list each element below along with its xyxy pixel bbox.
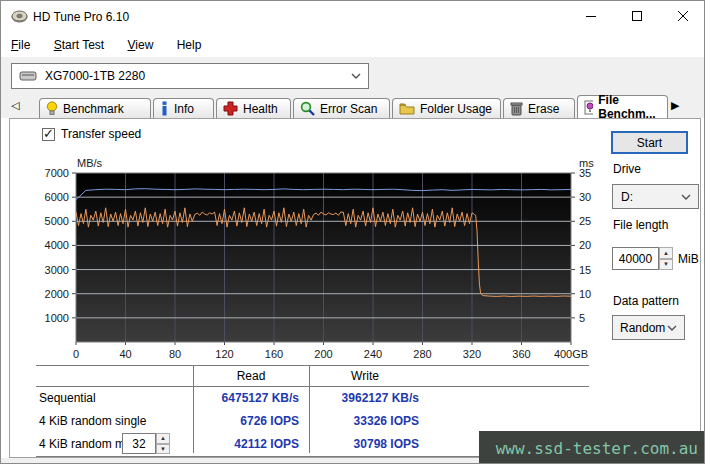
info-icon — [160, 101, 169, 116]
svg-text:360: 360 — [512, 348, 530, 360]
svg-text:25: 25 — [579, 215, 591, 227]
drive-selector[interactable]: XG7000-1TB 2280 — [11, 63, 369, 89]
row-label-sequential: Sequential — [39, 391, 96, 405]
tab-strip: ◁ Benchmark Info Health Error Scan Folde… — [1, 95, 704, 118]
health-cross-icon — [223, 101, 238, 116]
write-column-header: Write — [309, 369, 421, 383]
svg-text:10: 10 — [579, 288, 591, 300]
svg-text:5000: 5000 — [45, 215, 69, 227]
sequential-write-value: 3962127 KB/s — [301, 391, 419, 405]
drive-label: Drive — [613, 162, 641, 176]
tab-error-scan[interactable]: Error Scan — [293, 98, 390, 118]
watermark: www.ssd-tester.com.au — [479, 431, 705, 464]
disk-icon — [19, 70, 37, 82]
tab-info[interactable]: Info — [153, 98, 214, 118]
chevron-down-icon — [351, 73, 361, 79]
data-pattern-dropdown[interactable]: Random — [612, 315, 685, 340]
drive-selector-value: XG7000-1TB 2280 — [45, 69, 145, 83]
close-icon — [678, 11, 689, 22]
magnifier-icon — [300, 101, 315, 116]
app-icon — [11, 9, 28, 25]
sequential-read-value: 6475127 KB/s — [187, 391, 299, 405]
svg-text:400GB: 400GB — [554, 348, 588, 360]
read-column-header: Read — [193, 369, 309, 383]
svg-text:3000: 3000 — [45, 264, 69, 276]
svg-text:80: 80 — [169, 348, 181, 360]
svg-text:5: 5 — [579, 312, 585, 324]
menu-bar: File Start Test View Help — [1, 33, 704, 57]
row-label-random-single: 4 KiB random single — [39, 414, 146, 428]
random-single-read-value: 6726 IOPS — [187, 414, 299, 428]
tab-folder-usage[interactable]: Folder Usage — [392, 98, 501, 118]
menu-start-test[interactable]: Start Test — [44, 33, 114, 57]
minimize-icon — [586, 11, 597, 22]
lightbulb-icon — [46, 101, 58, 116]
table-line-top — [36, 365, 589, 366]
svg-text:0: 0 — [73, 348, 79, 360]
svg-text:120: 120 — [215, 348, 233, 360]
svg-text:15: 15 — [579, 264, 591, 276]
tab-file-benchmark[interactable]: File Benchm... — [577, 95, 668, 118]
svg-text:2000: 2000 — [45, 288, 69, 300]
svg-text:240: 240 — [364, 348, 382, 360]
toolbar: XG7000-1TB 2280 87°F — [1, 57, 704, 95]
maximize-icon — [632, 11, 643, 22]
window-title: HD Tune Pro 6.10 — [33, 10, 129, 24]
folder-icon — [399, 102, 415, 115]
file-length-input[interactable] — [612, 247, 659, 270]
file-benchmark-icon — [584, 100, 593, 115]
svg-text:ms: ms — [579, 157, 594, 169]
transfer-speed-label: Transfer speed — [61, 127, 141, 141]
file-length-spinner: ▲ ▼ — [659, 247, 673, 270]
drive-dropdown[interactable]: D: — [612, 184, 699, 209]
trash-icon — [510, 101, 523, 116]
svg-text:6000: 6000 — [45, 191, 69, 203]
menu-help[interactable]: Help — [167, 33, 212, 57]
table-line-header — [36, 386, 589, 387]
file-length-unit: MiB — [678, 252, 699, 266]
svg-text:200: 200 — [314, 348, 332, 360]
spin-up-button[interactable]: ▲ — [156, 433, 170, 444]
svg-text:MB/s: MB/s — [77, 157, 103, 169]
svg-text:320: 320 — [463, 348, 481, 360]
svg-text:20: 20 — [579, 239, 591, 251]
chevron-down-icon — [681, 194, 691, 200]
checkbox-checkmark: ✓ — [43, 126, 54, 141]
svg-text:40: 40 — [119, 348, 131, 360]
title-bar: HD Tune Pro 6.10 — [1, 1, 704, 33]
file-length-label: File length — [613, 218, 668, 232]
spin-down-button[interactable]: ▼ — [659, 259, 673, 271]
random-multi-read-value: 42112 IOPS — [187, 437, 299, 451]
data-pattern-value: Random — [620, 321, 665, 335]
svg-text:1000: 1000 — [45, 312, 69, 324]
start-button[interactable]: Start — [611, 131, 688, 154]
menu-file[interactable]: File — [1, 33, 40, 57]
hd-tune-window: HD Tune Pro 6.10 File Start Test View He… — [0, 0, 705, 464]
tab-benchmark[interactable]: Benchmark — [39, 98, 151, 118]
tab-erase[interactable]: Erase — [503, 98, 575, 118]
spin-down-button[interactable]: ▼ — [156, 444, 170, 455]
menu-view[interactable]: View — [118, 33, 164, 57]
spin-up-button[interactable]: ▲ — [659, 247, 673, 259]
minimize-button[interactable] — [568, 1, 614, 32]
svg-text:160: 160 — [265, 348, 283, 360]
queue-depth-spinner: ▲ ▼ — [156, 433, 170, 454]
data-pattern-label: Data pattern — [613, 294, 679, 308]
drive-dropdown-value: D: — [621, 190, 633, 204]
transfer-speed-checkbox[interactable]: ✓ — [42, 128, 55, 141]
queue-depth-input[interactable] — [122, 433, 156, 454]
tab-health[interactable]: Health — [216, 98, 291, 118]
svg-text:7000: 7000 — [45, 167, 69, 179]
svg-text:30: 30 — [579, 191, 591, 203]
svg-text:280: 280 — [413, 348, 431, 360]
close-button[interactable] — [660, 1, 705, 32]
chevron-down-icon — [667, 325, 677, 331]
benchmark-chart: 04080120160200240280320360400GB100020003… — [16, 153, 606, 365]
tab-scroll-left[interactable]: ◁ — [11, 99, 19, 112]
random-single-write-value: 33326 IOPS — [301, 414, 419, 428]
random-multi-write-value: 30798 IOPS — [301, 437, 419, 451]
svg-text:4000: 4000 — [45, 239, 69, 251]
tab-scroll-right[interactable]: ▶ — [671, 99, 679, 112]
maximize-button[interactable] — [614, 1, 660, 32]
